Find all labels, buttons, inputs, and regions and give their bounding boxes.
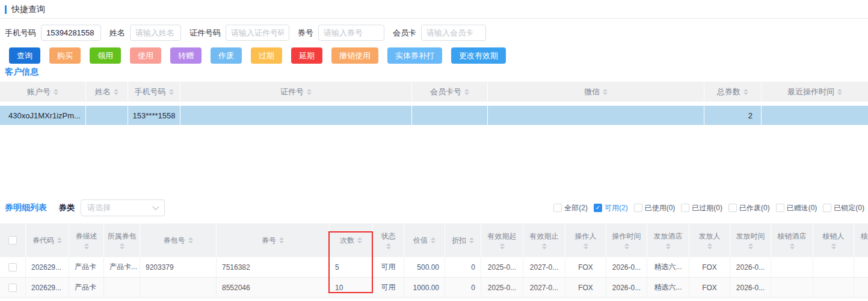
- filter-checkbox[interactable]: [823, 204, 831, 212]
- column-header-label: 券描述: [76, 231, 97, 242]
- coupon-type-select[interactable]: 请选择: [81, 199, 165, 216]
- page: 快捷查询 手机号码姓名证件号码券号会员卡 查询购买领用使用转赠作废过期延期撤销使…: [0, 0, 868, 301]
- query-button[interactable]: 查询: [9, 47, 40, 64]
- cell: [813, 257, 854, 278]
- customer-row-selected[interactable]: 430xoJ1MXr1izPm...153****15582: [0, 106, 868, 125]
- cell: 2027-0...: [523, 278, 565, 298]
- cell: 2026-0...: [606, 257, 647, 278]
- row-checkbox[interactable]: [8, 284, 17, 292]
- column-header[interactable]: 操作时间: [606, 223, 647, 257]
- column-header[interactable]: 总券数: [704, 82, 762, 102]
- filter-label: 已过期(0): [692, 203, 722, 213]
- column-header[interactable]: 券号: [217, 223, 330, 257]
- sort-caret-icon: [837, 89, 842, 95]
- coupon-table: 券代码券描述所属券包券包号券号次数状态价值折扣有效期起有效期止操作人操作时间发放…: [0, 223, 868, 298]
- claim-button[interactable]: 领用: [90, 47, 121, 64]
- sort-caret-icon: [84, 243, 89, 249]
- cell: [104, 278, 140, 298]
- cell: FOX: [689, 278, 730, 298]
- status-filter[interactable]: 已锁定(0): [823, 203, 864, 213]
- column-header[interactable]: 操作人: [565, 223, 606, 257]
- column-header[interactable]: 状态: [373, 223, 404, 257]
- column-header[interactable]: 发放时间: [730, 223, 771, 257]
- filter-checkbox[interactable]: [634, 204, 642, 212]
- cell: 10: [330, 278, 373, 298]
- cell: 2026-0...: [606, 278, 647, 298]
- column-header[interactable]: 有效期起: [481, 223, 523, 257]
- column-header[interactable]: 券代码: [26, 223, 69, 257]
- column-header-label: 发放人: [699, 231, 721, 242]
- change-validity-button[interactable]: 更改有效期: [451, 47, 506, 64]
- cell: 2: [704, 106, 762, 125]
- column-header[interactable]: 核销人: [813, 223, 854, 257]
- cell: 7516382: [217, 257, 330, 278]
- member-card-field[interactable]: [421, 25, 486, 41]
- cell: 2025-0...: [481, 278, 523, 298]
- cell: 2026-0...: [730, 257, 771, 278]
- column-header[interactable]: 微信: [488, 82, 704, 102]
- cell: FOX: [565, 257, 606, 278]
- row-checkbox[interactable]: [8, 263, 17, 272]
- coupon-row[interactable]: 202629...产品卡产品卡...920337975163825可用500.0…: [0, 257, 868, 278]
- status-filter[interactable]: 全部(2): [553, 203, 588, 213]
- cell: 可用: [373, 257, 404, 278]
- column-header[interactable]: 核销酒店: [771, 223, 813, 257]
- column-header[interactable]: 券包号: [140, 223, 217, 257]
- buy-button[interactable]: 购买: [49, 47, 81, 64]
- form-field-group: 手机号码: [5, 25, 101, 41]
- column-header-label: 总券数: [717, 87, 740, 97]
- filter-checkbox[interactable]: [776, 204, 784, 212]
- coupon-row[interactable]: 202629...产品卡855204610可用1000.0002025-0...…: [0, 278, 868, 298]
- select-all-checkbox[interactable]: [8, 236, 17, 245]
- column-header[interactable]: 核销时间: [854, 223, 868, 257]
- revoke-use-button[interactable]: 撤销使用: [331, 47, 378, 64]
- name-field[interactable]: [130, 25, 181, 41]
- status-filter[interactable]: 已赠送(0): [776, 203, 817, 213]
- extend-button[interactable]: 延期: [291, 47, 322, 64]
- status-filter[interactable]: 已过期(0): [681, 203, 722, 213]
- status-filter[interactable]: ✓可用(2): [594, 203, 628, 213]
- cell: 0: [445, 278, 481, 298]
- filter-checkbox[interactable]: [728, 204, 737, 212]
- status-filter[interactable]: 已使用(0): [634, 203, 676, 213]
- select-placeholder: 请选择: [87, 202, 111, 213]
- filter-label: 已使用(0): [645, 203, 676, 213]
- filter-checkbox[interactable]: [553, 204, 562, 212]
- column-header[interactable]: 价值: [404, 223, 445, 257]
- use-button[interactable]: 使用: [130, 47, 161, 64]
- cell: 产品卡: [69, 257, 104, 278]
- cell: FOX: [565, 278, 606, 298]
- column-header[interactable]: 次数: [330, 223, 373, 257]
- transfer-button[interactable]: 转赠: [170, 47, 202, 64]
- id-number-field[interactable]: [226, 25, 289, 41]
- column-header[interactable]: 有效期止: [523, 223, 565, 257]
- column-header[interactable]: 折扣: [445, 223, 481, 257]
- column-header-label: 发放时间: [736, 231, 765, 242]
- void-button[interactable]: 作废: [211, 47, 242, 64]
- coupon-type-label: 券类: [59, 202, 75, 213]
- expire-button[interactable]: 过期: [251, 47, 282, 64]
- column-header[interactable]: 姓名: [86, 82, 128, 102]
- filter-checkbox[interactable]: [681, 204, 689, 212]
- status-filter[interactable]: 已作废(0): [728, 203, 770, 213]
- column-header[interactable]: 会员卡号: [412, 82, 488, 102]
- column-header[interactable]: 证件号: [180, 82, 412, 102]
- column-header[interactable]: 券描述: [69, 223, 104, 257]
- filter-label: 可用(2): [605, 203, 628, 213]
- column-header[interactable]: 发放酒店: [647, 223, 689, 257]
- coupon-number-field[interactable]: [318, 25, 384, 41]
- column-header[interactable]: 手机号码: [128, 82, 180, 102]
- column-header[interactable]: 账户号: [0, 82, 86, 102]
- column-header[interactable]: 最近操作时间: [762, 82, 868, 102]
- reprint-physical-coupon-button[interactable]: 实体券补打: [387, 47, 442, 64]
- form-field-group: 券号: [298, 25, 384, 41]
- filter-checkbox[interactable]: ✓: [594, 204, 602, 212]
- sort-caret-icon: [57, 237, 62, 243]
- column-header[interactable]: 发放人: [689, 223, 730, 257]
- section-accent-bar: [5, 5, 7, 14]
- column-header-label: 券包号: [164, 236, 185, 246]
- cell: 202629...: [26, 278, 69, 298]
- phone-field[interactable]: [41, 25, 101, 41]
- cell: 可用: [373, 278, 404, 298]
- column-header[interactable]: 所属券包: [104, 223, 140, 257]
